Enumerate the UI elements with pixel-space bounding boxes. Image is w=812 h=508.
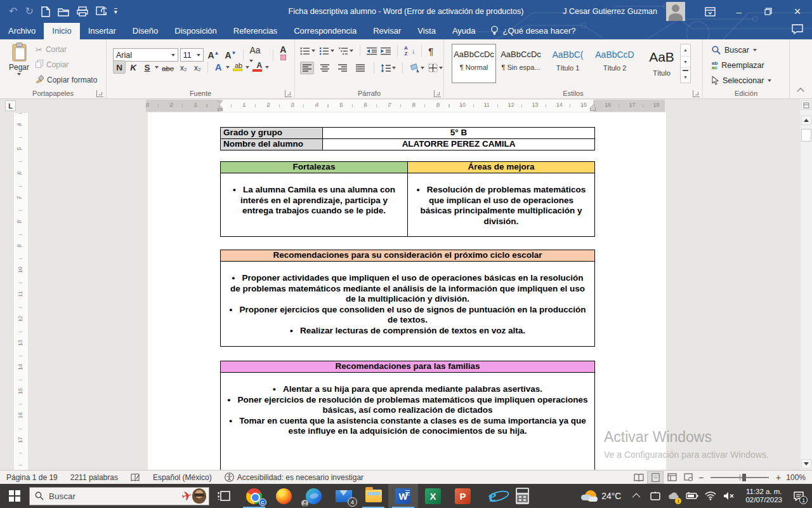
volume-muted-icon[interactable] [722,486,736,505]
tell-me-box[interactable]: ¿Qué desea hacer? [484,22,582,39]
print-preview-icon[interactable] [77,6,88,17]
user-avatar[interactable] [666,2,685,21]
vertical-scrollbar[interactable] [801,99,812,470]
bullets-button[interactable] [300,47,315,55]
tab-referencias[interactable]: Referencias [225,23,285,39]
select-button[interactable]: Seleccionar [712,76,771,85]
style-sin-espaciado[interactable]: AaBbCcDc ¶ Sin espa... [499,44,543,83]
save-sync-icon[interactable] [96,6,107,17]
line-spacing-button[interactable] [381,64,396,72]
zoom-in-button[interactable]: + [774,472,783,483]
align-right-button[interactable] [336,62,350,74]
superscript-button[interactable]: x2 [191,60,204,74]
read-mode-view-button[interactable] [631,471,647,484]
style-titulo[interactable]: AaB Título [639,44,684,83]
styles-scroll-down-icon[interactable]: ▼ [681,57,690,69]
scroll-down-icon[interactable] [801,459,811,469]
recomendaciones-ciclo-body-cell[interactable]: Proponer actividades que impliquen el us… [221,262,595,347]
multilevel-list-button[interactable] [338,47,353,55]
styles-scroll-up-icon[interactable]: ▲ [681,44,690,57]
tray-expand-icon[interactable] [630,486,644,505]
justify-button[interactable] [353,62,367,74]
align-left-button[interactable] [300,62,314,74]
align-center-button[interactable] [318,62,332,74]
zoom-slider-thumb[interactable] [742,474,746,481]
taskbar-word[interactable]: W [388,484,418,508]
areas-mejora-body-cell[interactable]: Resolución de problemas matemáticos que … [408,173,595,237]
sort-button[interactable]: AZ [404,46,408,56]
ribbon-display-options-icon[interactable] [695,0,724,23]
redo-icon[interactable]: ↻ [25,6,33,17]
info-value-cell[interactable]: ALATORRE PEREZ CAMILA [323,139,595,150]
increase-indent-button[interactable] [381,47,391,55]
onedrive-icon[interactable]: ! [667,486,681,505]
fortalezas-body-cell[interactable]: La alumna Camila es una alumna con inter… [221,173,408,237]
text-effects-dropdown-icon[interactable] [226,66,230,69]
document-page[interactable]: Grado y grupo 5° B Nombre del alumno ALA… [148,112,666,470]
taskbar-firefox[interactable] [269,484,299,508]
taskbar-calculator[interactable] [508,484,537,508]
language-indicator[interactable]: Español (México) [147,471,218,485]
qat-customize-icon[interactable]: ▾ [114,8,117,15]
text-effects-button[interactable]: A [212,60,225,74]
proofing-icon[interactable] [124,471,147,485]
collapse-ribbon-icon[interactable] [798,87,804,93]
tab-ayuda[interactable]: Ayuda [444,23,484,39]
battery-icon[interactable] [685,486,699,505]
taskbar-search-input[interactable]: Buscar ✈ [29,487,209,505]
highlight-button[interactable]: ab [231,60,244,74]
areas-mejora-header-cell[interactable]: Áreas de mejora [408,162,595,173]
strikethrough-button[interactable]: abe [160,60,176,74]
fortalezas-header-cell[interactable]: Fortalezas [221,162,408,173]
print-layout-view-button[interactable] [647,471,664,484]
zoom-out-button[interactable]: − [697,472,705,483]
info-value-cell[interactable]: 5° B [323,128,595,139]
recomendaciones-familias-body-cell[interactable]: Alentar a su hija para que aprenda media… [221,373,595,471]
shrink-font-button[interactable]: A▼ [223,50,238,61]
paste-button[interactable]: Pegar [5,43,33,88]
action-center-icon[interactable]: 1 [792,486,806,505]
decrease-indent-button[interactable] [367,47,377,55]
font-color-dropdown-icon[interactable] [265,66,269,69]
numbering-button[interactable] [319,47,334,55]
styles-more-icon[interactable]: ▼ [683,70,688,83]
tab-diseno[interactable]: Diseño [124,23,166,39]
paragraph-dialog-launcher-icon[interactable] [434,90,441,97]
underline-button[interactable]: S [141,60,154,74]
close-button[interactable]: × [783,0,812,23]
clipboard-dialog-launcher-icon[interactable] [96,90,103,97]
accessibility-status[interactable]: Accesibilidad: es necesario investigar [218,471,370,485]
taskbar-file-explorer[interactable] [358,484,388,508]
grow-font-button[interactable]: A▲ [206,50,221,61]
open-folder-icon[interactable] [58,7,69,17]
taskbar-excel[interactable]: X [418,484,448,508]
tab-vista[interactable]: Vista [409,23,444,39]
italic-button[interactable]: K [127,60,140,74]
style-normal[interactable]: AaBbCcDc ¶ Normal [452,44,496,83]
cut-button[interactable]: ✂ Cortar [36,43,97,56]
taskbar-mail[interactable]: 4 [329,484,358,508]
account-user-name[interactable]: J Cesar Gutierrez Guzman [563,7,657,16]
styles-dialog-launcher-icon[interactable] [693,90,700,97]
wifi-icon[interactable] [704,486,717,505]
info-label-cell[interactable]: Nombre del alumno [221,139,323,150]
macro-recording-icon[interactable] [680,471,697,484]
underline-dropdown-icon[interactable] [155,66,159,69]
tab-insertar[interactable]: Insertar [80,23,124,39]
bold-button[interactable]: N [113,60,126,74]
tab-disposicion[interactable]: Disposición [166,23,225,39]
zoom-slider[interactable] [710,477,769,478]
weather-widget[interactable]: 24°C [579,490,627,502]
restore-button[interactable] [754,0,783,23]
first-line-indent-marker[interactable] [217,100,223,104]
tab-revisar[interactable]: Revisar [365,23,409,39]
word-count[interactable]: 2211 palabras [64,471,124,485]
tab-archivo[interactable]: Archivo [0,23,44,39]
tab-correspondencia[interactable]: Correspondencia [285,23,365,39]
start-button[interactable] [0,484,29,508]
task-view-button[interactable] [209,484,239,508]
clear-formatting-button[interactable]: A [278,44,294,67]
style-titulo-2[interactable]: AaBbCcD Título 2 [593,44,637,83]
web-layout-view-button[interactable] [664,471,680,484]
undo-icon[interactable]: ↶ [9,6,17,17]
